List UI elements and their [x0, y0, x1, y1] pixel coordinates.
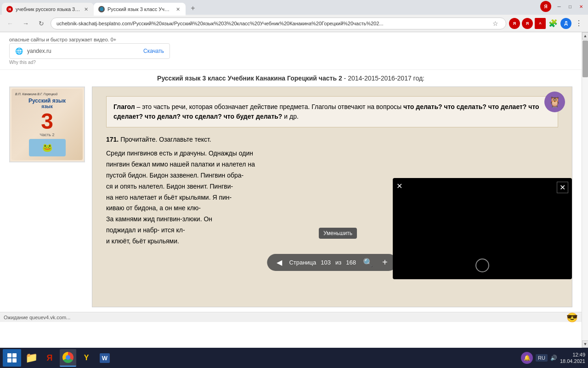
taskbar-yabrowser-button[interactable]: Y	[78, 349, 95, 367]
book-cover: В.П. Канакина В.Г. Горецкий Русский язык…	[9, 86, 85, 162]
address-text: uchebnik-skachatj-besplatno.com/Русский%…	[57, 21, 491, 26]
status-bar: Ожидание queuev4.vk.com... 😎	[0, 312, 582, 322]
book-illustration: 🐸	[29, 139, 66, 156]
forward-button[interactable]: →	[19, 17, 32, 30]
globe-icon: 🌐	[15, 47, 23, 55]
ad-url: yandex.ru	[27, 48, 139, 54]
video-close-x-button[interactable]: ✕	[396, 182, 402, 190]
page-heading-bold: Русский язык 3 класс Учебник Канакина Го…	[157, 75, 342, 82]
word-taskbar-icon: W	[100, 353, 110, 363]
tab-1[interactable]: Я учебник русского языка 3 клас... ✕	[2, 3, 94, 16]
page-of: из	[335, 259, 341, 266]
exercise-number: 171.	[106, 136, 119, 143]
system-tray: 🔊	[550, 355, 557, 361]
book-part: Часть 2	[40, 132, 55, 137]
video-circle-indicator	[475, 259, 489, 272]
scroll-up-button[interactable]: ▲	[582, 32, 588, 40]
window-controls: Я ─ □ ✕	[540, 1, 586, 12]
book-subject: Русский язык	[28, 98, 66, 104]
definition-end: и др.	[284, 113, 299, 120]
yandex-taskbar-icon: Я	[47, 353, 53, 363]
scroll-down-button[interactable]: ▼	[582, 340, 588, 348]
exercise-task: Прочитайте. Озаглавьте текст.	[120, 136, 211, 143]
page-heading-suffix: - 2014-2015-2016-2017 год:	[342, 75, 424, 82]
address-input[interactable]: uchebnik-skachatj-besplatno.com/Русский%…	[51, 17, 506, 29]
tab-2[interactable]: 🌐 Русский язык 3 класс Учебник К... ✕	[94, 3, 186, 16]
page-current: 103	[321, 259, 331, 266]
refresh-button[interactable]: ↻	[35, 17, 48, 30]
back-icon: ←	[7, 20, 13, 27]
start-button[interactable]	[3, 349, 21, 367]
main-scroll-area[interactable]: опасные сайты и быстро загружает видео. …	[0, 32, 582, 348]
ad-download-button[interactable]: Скачать	[143, 48, 164, 54]
language-indicator[interactable]: RU	[536, 354, 548, 362]
video-overlay: ✕ ✕	[393, 178, 572, 279]
page-content: опасные сайты и быстро загружает видео. …	[0, 32, 588, 348]
bookmark-star-icon[interactable]: ☆	[491, 20, 500, 27]
ad-description: опасные сайты и быстро загружает видео. …	[9, 36, 572, 43]
tab-favicon-1: Я	[6, 6, 13, 12]
definition-text: – это часть речи, которая обозначает дей…	[137, 103, 402, 110]
notification-bell-icon[interactable]: 🔔	[521, 352, 533, 364]
definition-box: Глагол – это часть речи, которая обознач…	[106, 96, 558, 127]
owl-icon: 🦉	[544, 92, 565, 112]
back-button[interactable]: ←	[4, 17, 17, 30]
exercise-header: 171. Прочитайте. Озаглавьте текст.	[106, 134, 558, 144]
clock-date: 18.04.2021	[560, 358, 585, 364]
system-clock: 12:49 18.04.2021	[560, 351, 585, 365]
zoom-out-button[interactable]: 🔍	[361, 257, 375, 269]
book-simulation: В.П. Канакина В.Г. Горецкий Русский язык…	[11, 89, 83, 160]
page-total: 168	[346, 259, 356, 266]
zoom-in-button[interactable]: +	[380, 256, 390, 269]
adobe-toolbar-icon[interactable]: A	[535, 18, 546, 29]
story-line3: пустой бидон. Бидон зазвенел. Пингвин об…	[106, 172, 243, 179]
story-line6: киваю от бидона, а он мне клю-	[106, 204, 201, 212]
story-line2: пингвин бежал мимо нашей палатки и налет…	[106, 161, 255, 168]
taskbar-word-button[interactable]: W	[96, 349, 113, 367]
book-number: 3	[41, 110, 53, 132]
status-text: Ожидание queuev4.vk.com...	[4, 315, 70, 320]
story-line8: поджидал и набр- ится кл-	[106, 226, 185, 234]
tab-close-2[interactable]: ✕	[175, 6, 181, 13]
taskbar-yandex-button[interactable]: Я	[41, 349, 58, 367]
yandex-red-icon[interactable]: Я	[522, 18, 533, 29]
scroll-thumb[interactable]	[582, 40, 588, 77]
volume-icon[interactable]: 🔊	[550, 355, 557, 361]
taskbar-folder-button[interactable]: 📁	[23, 349, 40, 367]
story-line5: на него налетает и бьёт крыльями. Я пин-	[106, 194, 232, 201]
chrome-taskbar-icon	[62, 352, 74, 363]
tab-title-2: Русский язык 3 класс Учебник К...	[107, 6, 172, 12]
scroll-track[interactable]	[582, 40, 588, 340]
minimize-button[interactable]: ─	[554, 1, 564, 12]
address-bar: ← → ↻ uchebnik-skachatj-besplatno.com/Ру…	[0, 15, 588, 32]
content-area: В.П. Канакина В.Г. Горецкий Русский язык…	[0, 86, 582, 312]
toolbar-icons: Я Я A 🧩 Д ⋮	[509, 18, 584, 29]
tab-title-1: учебник русского языка 3 клас...	[16, 6, 80, 12]
forward-icon: →	[23, 20, 29, 27]
extension-icon[interactable]: 🧩	[548, 18, 559, 29]
yandex-toolbar-icon[interactable]: Я	[509, 18, 520, 29]
windows-logo-icon	[7, 353, 17, 362]
maximize-button[interactable]: □	[565, 1, 575, 12]
page-heading: Русский язык 3 класс Учебник Канакина Го…	[9, 75, 572, 82]
new-tab-button[interactable]: +	[187, 3, 198, 14]
title-bar: Я учебник русского языка 3 клас... ✕ 🌐 Р…	[0, 0, 588, 15]
page-viewer: 🦉 Глагол – это часть речи, которая обозн…	[92, 86, 572, 307]
tab-close-1[interactable]: ✕	[83, 6, 89, 13]
profile-icon[interactable]: Д	[560, 18, 571, 29]
definition-title: Глагол	[113, 103, 135, 110]
scrollbar[interactable]: ▲ ▼	[582, 32, 588, 348]
refresh-icon: ↻	[39, 20, 44, 27]
taskbar-chrome-button[interactable]	[60, 349, 76, 367]
video-close-box-button[interactable]: ✕	[557, 182, 568, 193]
browser-frame: Я учебник русского языка 3 клас... ✕ 🌐 Р…	[0, 0, 588, 368]
browser-menu-button[interactable]: ⋮	[573, 18, 584, 29]
tooltip-decrease: Уменьшить	[319, 228, 357, 239]
taskbar: 📁 Я Y W 🔔 RU 🔊 12:49 18.04.2021	[0, 348, 588, 368]
why-ad-link[interactable]: Why this ad?	[9, 59, 572, 66]
yabrowser-taskbar-icon: Y	[84, 354, 89, 362]
tab-favicon-2: 🌐	[98, 6, 105, 12]
close-window-button[interactable]: ✕	[576, 1, 586, 12]
prev-page-button[interactable]: ◀	[274, 257, 284, 268]
page-title-area: Русский язык 3 класс Учебник Канакина Го…	[0, 70, 582, 86]
